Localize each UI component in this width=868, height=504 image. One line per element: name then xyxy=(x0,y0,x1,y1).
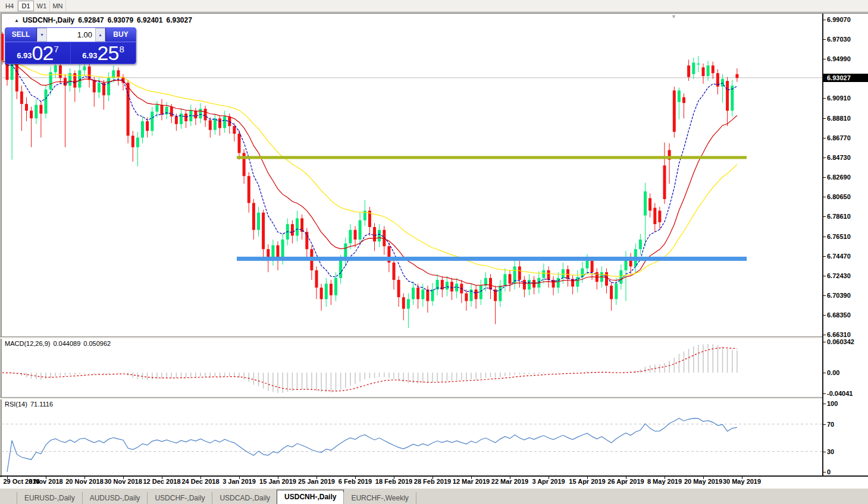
axis-label: 6.97030 xyxy=(827,35,851,43)
rsi-label: RSI(14) xyxy=(5,401,27,408)
axis-tick xyxy=(823,452,826,452)
tab-usdchf-daily[interactable]: USDCHF-,Daily xyxy=(147,492,212,504)
axis-tick xyxy=(823,177,826,178)
axis-tick xyxy=(823,216,826,217)
date-tick xyxy=(510,477,510,479)
tab-usdcnh-daily[interactable]: USDCNH-,Daily xyxy=(277,490,344,504)
date-tick xyxy=(471,477,472,479)
axis-label: 6.68350 xyxy=(827,311,851,319)
date-tick xyxy=(7,477,8,479)
date-tick xyxy=(84,477,85,479)
buy-price-sup: 8 xyxy=(119,44,124,54)
axis-tick xyxy=(823,59,826,59)
axis-tick xyxy=(823,98,826,99)
buy-button[interactable]: BUY xyxy=(105,28,136,42)
hline-resistance xyxy=(237,156,747,159)
collapse-panel-icon[interactable]: ▲ xyxy=(14,18,19,23)
axis-label: 0.00 xyxy=(827,368,839,377)
timeframe-button-w1[interactable]: W1 xyxy=(34,1,50,12)
chart-shift-icon[interactable]: ▼ xyxy=(671,14,676,20)
timeframe-button-d1[interactable]: D1 xyxy=(18,1,34,11)
axis-tick xyxy=(823,295,826,296)
macd-value-1: 0.044089 xyxy=(53,340,80,347)
axis-label: 0.060342 xyxy=(827,338,854,346)
spinner-up-icon: ▲ xyxy=(98,33,102,37)
axis-label: 100 xyxy=(827,399,838,408)
date-axis[interactable]: 29 Oct 20188 Nov 201820 Nov 201830 Nov 2… xyxy=(0,477,868,487)
macd-pane[interactable] xyxy=(1,339,823,397)
axis-tick xyxy=(823,424,826,425)
axis-tick xyxy=(823,335,826,335)
date-tick xyxy=(587,477,588,479)
sell-button[interactable]: SELL xyxy=(5,28,37,42)
rsi-value: 71.1116 xyxy=(30,401,53,408)
axis-label: 30 xyxy=(827,448,834,456)
axis-tick xyxy=(823,373,826,373)
axis-tick xyxy=(823,197,826,197)
spinner-down-icon: ▼ xyxy=(40,33,44,37)
axis-tick xyxy=(823,393,826,394)
pane-separator[interactable] xyxy=(0,336,868,339)
axis-label: 6.80650 xyxy=(827,193,851,201)
axis-label: 0 xyxy=(827,468,831,476)
axis-label: 6.70390 xyxy=(827,291,851,300)
axis-tick xyxy=(823,118,826,119)
axis-label: 6.84730 xyxy=(827,153,851,162)
volume-increase-button[interactable]: ▲ xyxy=(95,28,105,42)
timeframe-button-mn[interactable]: MN xyxy=(50,1,66,12)
date-axis-border xyxy=(0,475,868,477)
current-price-tag: 6.93027 xyxy=(823,74,868,82)
timeframe-button-h4[interactable]: H4 xyxy=(2,1,18,12)
tab-eurchf-weekly[interactable]: EURCHF-,Weekly xyxy=(343,492,416,504)
date-tick xyxy=(239,477,240,479)
rsi-pane[interactable] xyxy=(1,399,823,475)
price-axis[interactable]: 6.990706.970306.949906.909106.888106.867… xyxy=(823,14,868,477)
volume-decrease-button[interactable]: ▼ xyxy=(37,28,47,42)
axis-label: 6.76510 xyxy=(827,232,851,241)
macd-value-2: 0.050962 xyxy=(83,340,111,347)
axis-tick xyxy=(823,256,826,257)
pane-separator[interactable] xyxy=(0,397,868,399)
axis-label: 6.90910 xyxy=(827,94,851,102)
axis-label: -0.04041 xyxy=(827,389,853,398)
buy-price[interactable]: 6.93 25 8 xyxy=(70,42,136,64)
date-tick xyxy=(626,477,626,479)
sell-price[interactable]: 6.93 02 7 xyxy=(5,42,70,64)
date-tick xyxy=(394,477,394,479)
chart-high-value: 6.93079 xyxy=(108,16,133,24)
axis-label: 6.82690 xyxy=(827,173,851,181)
axis-tick xyxy=(823,315,826,316)
date-tick xyxy=(665,477,665,479)
axis-label: 6.99070 xyxy=(827,15,851,24)
one-click-trading-panel: SELL ▼ ▲ BUY 6.93 02 7 6.93 25 8 xyxy=(5,27,136,64)
date-tick xyxy=(433,477,433,479)
date-tick xyxy=(278,477,278,479)
rsi-label-row: RSI(14) 71.1116 xyxy=(5,401,53,408)
axis-tick xyxy=(823,237,826,237)
sell-price-sup: 7 xyxy=(54,44,58,54)
axis-tick xyxy=(823,472,826,472)
axis-label: 6.88810 xyxy=(827,114,851,122)
axis-label: 6.74470 xyxy=(827,252,851,260)
chart-symbol-label: USDCNH-,Daily xyxy=(23,16,74,24)
date-tick xyxy=(549,477,549,479)
axis-label: 6.72430 xyxy=(827,272,851,280)
chart-close-value: 6.93027 xyxy=(166,16,192,24)
date-tick xyxy=(703,477,704,479)
date-tick xyxy=(200,477,201,479)
axis-label: 6.94990 xyxy=(827,55,851,63)
date-tick xyxy=(317,477,317,479)
volume-input[interactable] xyxy=(47,28,95,42)
tab-eurusd-daily[interactable]: EURUSD-,Daily xyxy=(17,492,82,504)
axis-tick xyxy=(823,138,826,138)
axis-tick xyxy=(823,158,826,158)
axis-label: 70 xyxy=(827,420,834,429)
buy-price-big: 25 xyxy=(98,43,119,62)
date-tick xyxy=(162,477,162,479)
axis-tick xyxy=(823,39,826,40)
macd-label: MACD(12,26,9) xyxy=(5,340,50,347)
chart-open-value: 6.92847 xyxy=(78,16,104,24)
sell-price-small: 6.93 xyxy=(17,51,32,60)
tab-usdcad-daily[interactable]: USDCAD-,Daily xyxy=(212,492,277,504)
tab-audusd-daily[interactable]: AUDUSD-,Daily xyxy=(82,492,148,504)
